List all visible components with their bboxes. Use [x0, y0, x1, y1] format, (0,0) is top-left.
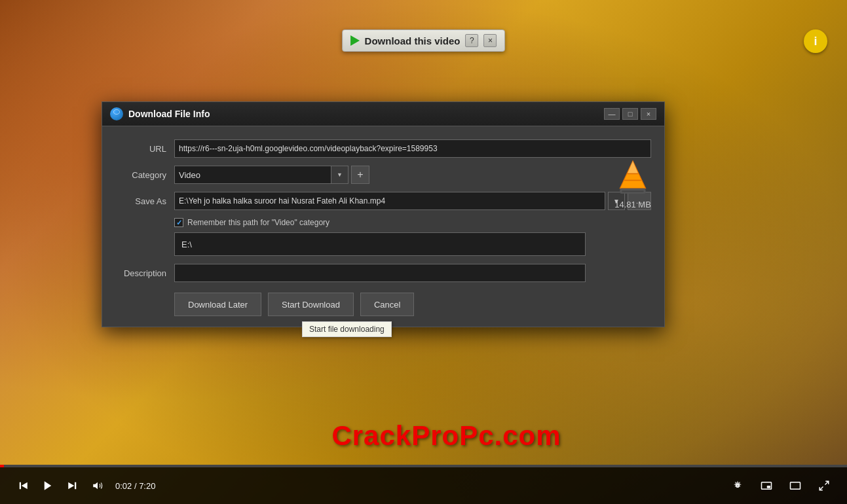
- path-box: E:\: [174, 232, 586, 256]
- svg-rect-6: [20, 482, 21, 490]
- svg-marker-10: [68, 482, 74, 490]
- url-input[interactable]: [174, 139, 651, 158]
- settings-icon: [732, 480, 743, 492]
- svg-marker-8: [45, 481, 52, 490]
- skip-back-icon: [17, 480, 29, 492]
- settings-button[interactable]: [725, 480, 750, 492]
- file-size: 14.81 MB: [614, 200, 651, 209]
- svg-rect-9: [75, 482, 76, 490]
- maximize-button[interactable]: □: [622, 108, 638, 120]
- time-display: 0:02 / 7:20: [115, 481, 155, 491]
- right-controls: [725, 480, 837, 492]
- windowed-button[interactable]: [783, 480, 808, 492]
- remember-row: ✓ Remember this path for "Video" categor…: [174, 218, 651, 227]
- dialog-titlebar: Download File Info — □ ×: [102, 102, 664, 126]
- svg-marker-1: [628, 161, 639, 174]
- saveas-label: Save As: [115, 196, 174, 206]
- start-download-tooltip: Start file downloading: [302, 321, 392, 337]
- url-label: URL: [115, 144, 174, 154]
- category-select-box[interactable]: Video: [174, 166, 331, 184]
- saveas-row: Save As ▼ …: [115, 192, 651, 210]
- download-later-button[interactable]: Download Later: [174, 293, 261, 316]
- volume-icon: [92, 480, 104, 492]
- dialog-title-left: Download File Info: [110, 107, 210, 120]
- vlc-icon: [614, 159, 651, 196]
- volume-button[interactable]: [85, 480, 110, 492]
- vlc-area: 14.81 MB: [614, 159, 651, 209]
- start-download-button[interactable]: Start Download: [268, 293, 354, 316]
- watermark: CrackProPc.com: [331, 420, 561, 452]
- info-button[interactable]: i: [804, 29, 827, 53]
- add-category-button[interactable]: +: [351, 166, 369, 184]
- remember-label: Remember this path for "Video" category: [187, 218, 329, 227]
- globe-icon: [110, 107, 123, 120]
- checkmark-icon: ✓: [176, 219, 182, 227]
- buttons-row: Download Later Start Download Cancel Sta…: [174, 293, 586, 316]
- dialog-content: 14.81 MB URL Category Video ▼ + Save As …: [102, 126, 664, 327]
- fullscreen-button[interactable]: [812, 480, 837, 492]
- description-label: Description: [115, 268, 174, 278]
- saveas-input[interactable]: [174, 192, 605, 210]
- category-select-wrapper: Video ▼: [174, 166, 348, 184]
- url-row: URL: [115, 139, 651, 158]
- pip-icon: [761, 480, 772, 492]
- svg-marker-7: [22, 482, 28, 490]
- category-label: Category: [115, 170, 174, 180]
- path-text: E:\: [181, 240, 192, 249]
- svg-line-17: [819, 487, 823, 490]
- dialog-close-button[interactable]: ×: [641, 108, 656, 120]
- svg-line-16: [825, 481, 829, 484]
- svg-marker-11: [93, 482, 98, 490]
- close-top-bar-button[interactable]: ×: [483, 34, 497, 47]
- top-download-bar: Download this video ? ×: [342, 29, 506, 52]
- help-button[interactable]: ?: [465, 34, 478, 47]
- cancel-button[interactable]: Cancel: [360, 293, 414, 316]
- play-button[interactable]: [35, 480, 60, 492]
- saveas-wrapper: ▼ …: [174, 192, 651, 210]
- svg-rect-3: [622, 190, 644, 192]
- pip-button[interactable]: [754, 480, 779, 492]
- description-input[interactable]: [174, 264, 586, 282]
- download-dialog: Download File Info — □ × 14.81 MB: [102, 101, 665, 327]
- skip-back-button[interactable]: [10, 480, 35, 492]
- fullscreen-icon: [818, 480, 830, 492]
- category-row: Category Video ▼ +: [115, 166, 651, 184]
- svg-rect-14: [767, 486, 770, 488]
- category-chevron-icon[interactable]: ▼: [331, 166, 348, 184]
- description-row: Description: [115, 264, 651, 282]
- play-icon: [350, 35, 360, 46]
- dialog-title-text: Download File Info: [128, 109, 210, 119]
- minimize-button[interactable]: —: [604, 108, 620, 120]
- video-controls: 0:02 / 7:20: [0, 467, 847, 504]
- remember-checkbox[interactable]: ✓: [174, 218, 183, 227]
- category-wrapper: Video ▼ +: [174, 166, 369, 184]
- skip-forward-icon: [67, 480, 79, 492]
- skip-forward-button[interactable]: [60, 480, 85, 492]
- windowed-icon: [789, 480, 801, 492]
- top-bar-title: Download this video: [365, 35, 461, 46]
- svg-rect-15: [791, 482, 800, 490]
- play-icon: [42, 480, 54, 492]
- dialog-title-controls: — □ ×: [604, 108, 656, 120]
